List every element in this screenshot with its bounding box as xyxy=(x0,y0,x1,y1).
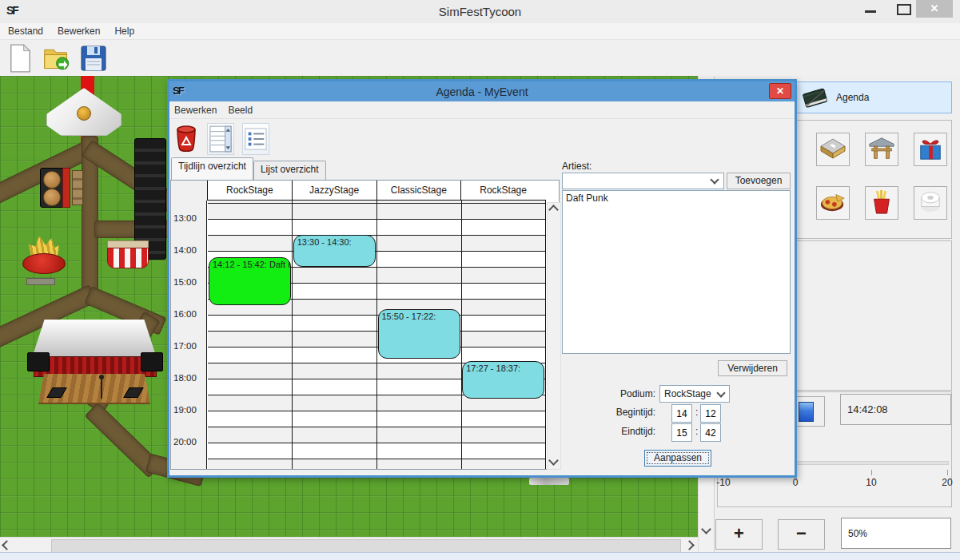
tab-lijst-overzicht[interactable]: Lijst overzicht xyxy=(253,161,326,180)
zoom-in-button[interactable]: + xyxy=(715,519,763,550)
slider-tick xyxy=(871,470,872,475)
schedule-event[interactable]: 14:12 - 15:42: Daft Punk xyxy=(209,257,291,305)
end-minute-input[interactable] xyxy=(700,423,721,442)
scrollbar-thumb[interactable] xyxy=(51,539,681,553)
stage-speaker-right xyxy=(141,352,163,371)
time-label: 16:00 xyxy=(173,309,197,319)
time-label: 18:00 xyxy=(173,373,197,383)
maximize-icon[interactable] xyxy=(897,4,911,15)
agenda-button-label: Agenda xyxy=(836,92,869,103)
toilet-paper-icon xyxy=(918,190,943,216)
play-icon xyxy=(799,402,814,422)
scroll-up-icon[interactable] xyxy=(550,206,557,213)
slider-label: 0 xyxy=(793,477,799,488)
schedule-column-headers: RockStageJazzyStageClassicStageRockStage xyxy=(207,181,546,201)
burger-icon xyxy=(43,189,61,206)
agenda-button[interactable]: Agenda xyxy=(794,81,952,113)
column-separator xyxy=(376,201,377,469)
column-header: RockStage xyxy=(207,181,292,200)
pizza-icon xyxy=(819,191,846,216)
gate-icon xyxy=(868,136,895,164)
main-menubar: BestandBewerkenHelp xyxy=(0,23,960,40)
time-colon: : xyxy=(695,407,698,418)
timeline-view-icon[interactable] xyxy=(207,123,234,155)
dialog-menu-item-bewerken[interactable]: Bewerken xyxy=(174,105,217,116)
begin-minute-input[interactable] xyxy=(700,404,721,423)
scroll-down-icon[interactable] xyxy=(703,526,710,533)
zoom-level-value: 50% xyxy=(848,528,867,539)
slider-tick xyxy=(947,470,948,475)
zoom-out-button[interactable]: − xyxy=(778,519,825,550)
artist-listbox[interactable]: Daft Punk xyxy=(562,190,791,354)
schedule-event[interactable]: 17:27 - 18:37: xyxy=(462,361,544,399)
begin-hour-input[interactable] xyxy=(671,404,692,423)
agenda-book-icon xyxy=(801,85,830,112)
clock-display: 14:42:08 xyxy=(840,394,951,425)
fries-icon xyxy=(870,189,894,217)
time-label: 19:00 xyxy=(173,405,197,415)
dialog-toolbar xyxy=(169,119,795,159)
end-hour-input[interactable] xyxy=(671,423,692,442)
dialog-menu-item-beeld[interactable]: Beeld xyxy=(228,105,253,116)
scroll-right-icon[interactable] xyxy=(686,542,693,549)
schedule-corner xyxy=(171,181,207,201)
ticket-stand-object[interactable] xyxy=(107,248,149,268)
tab-tijdlijn-overzicht[interactable]: Tijdlijn overzicht xyxy=(171,157,253,180)
dialog-tabs: Tijdlijn overzichtLijst overzicht xyxy=(171,160,326,180)
apply-button[interactable]: Aanpassen xyxy=(644,450,711,467)
add-artist-button[interactable]: Toevoegen xyxy=(727,173,791,189)
item-button-fries[interactable] xyxy=(865,186,898,220)
main-toolbar xyxy=(0,40,960,76)
schedule-table: RockStageJazzyStageClassicStageRockStage… xyxy=(170,180,560,470)
dialog-titlebar[interactable]: SF Agenda - MyEvent ✕ xyxy=(169,81,795,101)
artist-label: Artiest: xyxy=(562,161,592,172)
map-horizontal-scrollbar[interactable] xyxy=(0,537,698,553)
artist-combobox[interactable] xyxy=(562,173,724,189)
time-label: 13:00 xyxy=(173,213,197,223)
remove-button[interactable]: Verwijderen xyxy=(718,360,787,376)
schedule-scrollbar[interactable] xyxy=(547,202,561,470)
dialog-menubar: BewerkenBeeld xyxy=(169,101,795,119)
time-colon: : xyxy=(695,426,698,437)
item-button-toilet-paper[interactable] xyxy=(914,186,947,220)
column-separator xyxy=(292,201,293,469)
slider-label: 20 xyxy=(942,477,952,488)
begin-time-label: Begintijd: xyxy=(607,407,655,418)
dialog-close-button[interactable]: ✕ xyxy=(769,83,791,99)
podium-combobox[interactable]: RockStage xyxy=(659,385,730,403)
status-bar xyxy=(0,552,960,560)
schedule-event[interactable]: 15:50 - 17:22: xyxy=(378,309,460,358)
plank-object xyxy=(26,278,55,285)
zoom-level-box: 50% xyxy=(841,518,951,549)
clock-value: 14:42:08 xyxy=(847,403,888,415)
open-file-icon[interactable] xyxy=(43,44,70,73)
minimize-icon[interactable] xyxy=(865,10,876,13)
close-button[interactable]: ✕ xyxy=(916,0,953,18)
end-time-label: Eindtijd: xyxy=(607,426,655,437)
scroll-left-icon[interactable] xyxy=(3,542,10,549)
save-file-icon[interactable] xyxy=(80,44,107,73)
schedule-grid[interactable]: 14:12 - 15:42: Daft Punk13:30 - 14:30:15… xyxy=(208,201,546,469)
artist-list-item[interactable]: Daft Punk xyxy=(563,191,790,205)
menu-item-help[interactable]: Help xyxy=(114,26,134,37)
time-label: 14:00 xyxy=(173,245,197,255)
item-button-road-tile[interactable] xyxy=(816,133,850,166)
menu-item-bestand[interactable]: Bestand xyxy=(8,26,43,37)
fries-stand-object[interactable] xyxy=(22,253,66,274)
podium-combobox-value: RockStage xyxy=(664,388,711,399)
list-view-icon[interactable] xyxy=(242,123,269,155)
item-button-gift[interactable] xyxy=(914,133,947,166)
item-button-gate[interactable] xyxy=(865,133,898,166)
microphone-icon xyxy=(101,378,102,399)
new-file-icon[interactable] xyxy=(6,44,34,73)
trash-icon[interactable] xyxy=(173,124,199,154)
schedule-event[interactable]: 13:30 - 14:30: xyxy=(293,235,376,267)
item-button-pizza[interactable] xyxy=(816,186,850,220)
menu-item-bewerken[interactable]: Bewerken xyxy=(58,26,100,37)
schedule-time-gutter: 13:0014:0015:0016:0017:0018:0019:0020:00 xyxy=(171,201,207,469)
gift-icon xyxy=(918,136,943,164)
agenda-dialog: SF Agenda - MyEvent ✕ BewerkenBeeld Tijd… xyxy=(167,79,797,478)
column-header: JazzyStage xyxy=(292,181,376,200)
podium-label: Podium: xyxy=(617,388,655,399)
scroll-down-icon[interactable] xyxy=(550,457,557,464)
